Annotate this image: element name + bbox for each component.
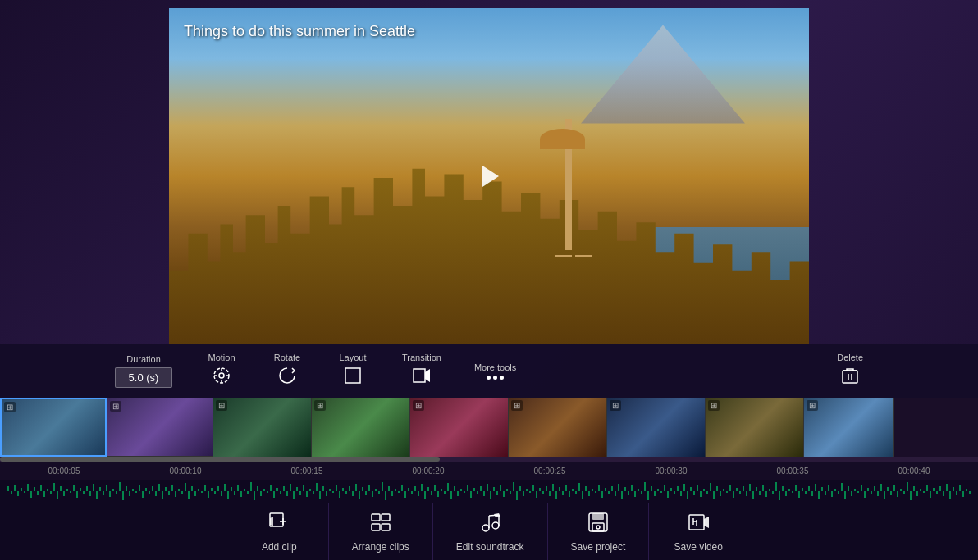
clip-thumb-2[interactable]: ⊞ <box>213 398 312 457</box>
add-clip-button[interactable]: Add clip <box>231 503 329 560</box>
save-video-label: Save video <box>674 541 723 553</box>
play-button[interactable] <box>468 156 510 197</box>
svg-rect-8 <box>843 371 857 383</box>
svg-point-1 <box>219 373 224 378</box>
arrange-clips-button[interactable]: Arrange clips <box>329 503 433 560</box>
save-project-icon <box>587 512 609 538</box>
trash-icon <box>840 366 860 389</box>
layout-icon <box>343 366 363 389</box>
rotate-label: Rotate <box>274 353 300 362</box>
timecode-6: 00:00:35 <box>732 467 853 476</box>
duration-value[interactable]: 5.0 (s) <box>115 367 172 388</box>
svg-rect-7 <box>414 369 425 382</box>
transition-label: Transition <box>402 353 441 362</box>
transition-icon <box>412 366 432 389</box>
layout-tool[interactable]: Layout <box>320 349 386 393</box>
audio-waveform <box>0 480 978 503</box>
save-video-icon <box>688 512 709 538</box>
timecodes-row: 00:00:05 00:00:10 00:00:15 00:00:20 00:0… <box>0 467 978 476</box>
save-project-button[interactable]: Save project <box>548 503 650 560</box>
timecode-ruler: 00:00:05 00:00:10 00:00:15 00:00:20 00:0… <box>0 462 978 480</box>
clip-thumb-6[interactable]: ⊞ <box>607 398 706 457</box>
arrange-clips-label: Arrange clips <box>352 541 409 553</box>
video-preview-area: Things to do this summer in Seattle <box>0 0 978 344</box>
clips-container: ⊞ ⊞ ⊞ ⊞ ⊞ ⊞ ⊞ <box>0 398 978 462</box>
add-clip-icon <box>268 512 290 538</box>
clip-thumb-4[interactable]: ⊞ <box>410 398 509 457</box>
clip-thumb-1[interactable]: ⊞ <box>107 398 213 457</box>
svg-rect-311 <box>372 524 380 530</box>
waveform-svg <box>0 480 978 503</box>
svg-rect-320 <box>592 523 604 531</box>
timecode-2: 00:00:15 <box>246 467 368 476</box>
svg-rect-309 <box>372 514 380 521</box>
svg-point-321 <box>596 526 600 529</box>
clip-icon-6: ⊞ <box>610 400 621 411</box>
clip-toolbar: Duration 5.0 (s) Motion Rotate <box>0 344 978 398</box>
more-tools-icon <box>487 376 504 380</box>
clip-thumb-3[interactable]: ⊞ <box>312 398 410 457</box>
svg-rect-310 <box>382 514 390 521</box>
clip-icon-7: ⊞ <box>708 400 720 411</box>
needle-left-leg <box>575 255 592 257</box>
more-tools-label: More tools <box>474 362 516 372</box>
timecode-4: 00:00:25 <box>489 467 610 476</box>
rotate-icon <box>277 366 297 389</box>
edit-soundtrack-label: Edit soundtrack <box>456 541 524 553</box>
motion-icon <box>212 366 231 389</box>
clip-icon-3: ⊞ <box>314 400 326 411</box>
timeline-area: ⊞ ⊞ ⊞ ⊞ ⊞ ⊞ ⊞ <box>0 398 978 503</box>
svg-rect-6 <box>345 368 360 383</box>
clip-thumb-8[interactable]: ⊞ <box>804 398 894 457</box>
bottom-action-bar: Add clip Arrange clips <box>0 503 978 560</box>
play-triangle-icon <box>482 166 499 187</box>
timecode-5: 00:00:30 <box>610 467 732 476</box>
arrange-clips-icon <box>370 512 391 538</box>
timecode-7: 00:00:40 <box>853 467 975 476</box>
clip-icon-0: ⊞ <box>4 402 16 412</box>
svg-rect-319 <box>592 513 604 520</box>
space-needle-top <box>540 129 585 149</box>
edit-soundtrack-icon <box>479 512 500 538</box>
save-project-label: Save project <box>571 541 626 553</box>
clip-icon-5: ⊞ <box>511 400 523 411</box>
clips-scroll: ⊞ ⊞ ⊞ ⊞ ⊞ ⊞ ⊞ <box>0 398 978 457</box>
clip-thumb-7[interactable]: ⊞ <box>706 398 804 457</box>
save-video-button[interactable]: Save video <box>649 503 747 560</box>
more-tools-tool[interactable]: More tools <box>458 359 532 383</box>
motion-label: Motion <box>208 353 235 362</box>
transition-tool[interactable]: Transition <box>386 349 458 393</box>
video-frame: Things to do this summer in Seattle <box>169 8 809 344</box>
svg-rect-312 <box>382 524 390 530</box>
motion-tool[interactable]: Motion <box>189 349 254 393</box>
rotate-tool[interactable]: Rotate <box>254 349 320 393</box>
clip-icon-2: ⊞ <box>216 400 227 411</box>
video-title: Things to do this summer in Seattle <box>184 23 415 40</box>
clip-thumb-0[interactable]: ⊞ <box>0 398 107 457</box>
delete-label: Delete <box>837 353 863 362</box>
svg-point-313 <box>482 525 489 531</box>
svg-point-314 <box>492 522 499 529</box>
add-clip-label: Add clip <box>262 541 297 553</box>
clip-icon-1: ⊞ <box>110 401 121 412</box>
layout-label: Layout <box>339 353 366 362</box>
timecode-3: 00:00:20 <box>368 467 489 476</box>
clip-icon-8: ⊞ <box>807 400 818 411</box>
duration-tool[interactable]: Duration 5.0 (s) <box>98 351 189 391</box>
clip-thumb-5[interactable]: ⊞ <box>509 398 607 457</box>
clip-icon-4: ⊞ <box>413 400 424 411</box>
timecode-1: 00:00:10 <box>125 467 246 476</box>
timecode-0: 00:00:05 <box>3 467 125 476</box>
delete-tool[interactable]: Delete <box>820 349 880 393</box>
duration-label: Duration <box>126 354 161 364</box>
main-container: Things to do this summer in Seattle Dura… <box>0 0 978 560</box>
edit-soundtrack-button[interactable]: Edit soundtrack <box>433 503 548 560</box>
